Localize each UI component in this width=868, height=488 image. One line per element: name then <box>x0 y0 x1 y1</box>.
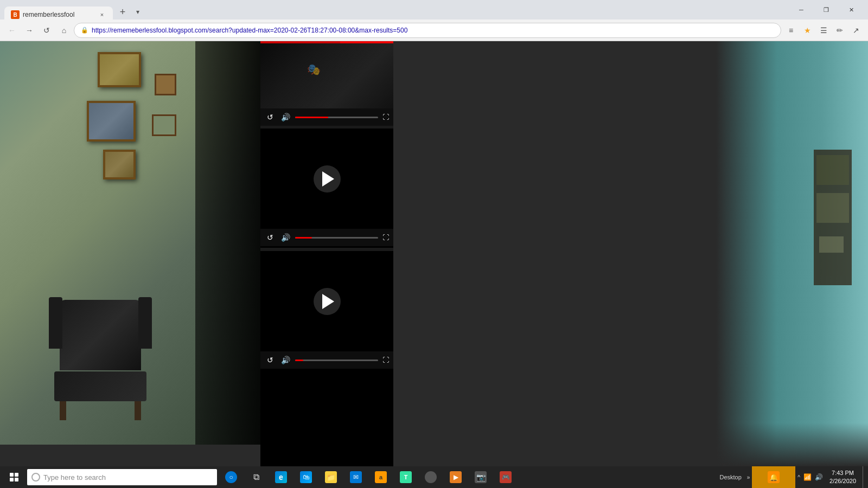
video-3-volume-button[interactable]: 🔊 <box>280 356 291 364</box>
taskbar-app-edge[interactable]: e <box>269 466 293 488</box>
shelf-item-1 <box>816 155 849 185</box>
notification-widget[interactable]: 🔔 <box>752 466 795 488</box>
minimize-button[interactable]: ─ <box>789 1 814 18</box>
video-player-2: ↺ 🔊 ⛶ <box>260 129 393 248</box>
search-placeholder: Type here to search <box>43 473 106 481</box>
taskbar-app-store[interactable]: 🛍 <box>294 466 318 488</box>
notification-icon: 🔔 <box>768 471 780 483</box>
start-button[interactable] <box>2 466 26 488</box>
video-player-3: ↺ 🔊 ⛶ <box>260 251 393 370</box>
address-bar: ← → ↺ ⌂ 🔒 https://rememeberlessfool.blog… <box>0 20 868 41</box>
taskbar-app-mail[interactable]: ✉ <box>344 466 368 488</box>
clock-date: 2/26/2020 <box>829 477 856 485</box>
new-tab-button[interactable]: + <box>115 4 130 20</box>
windows-logo-icon <box>10 473 18 481</box>
painting-2 <box>87 101 136 142</box>
video-2-fullscreen-button[interactable]: ⛶ <box>382 234 389 241</box>
painting-4 <box>155 74 176 95</box>
video-1-seekbar-fill <box>295 117 328 118</box>
taskbar-app-circle[interactable] <box>419 466 443 488</box>
video-1-volume-button[interactable]: 🔊 <box>280 113 291 121</box>
url-bar[interactable]: 🔒 https://rememeberlessfool.blogspot.com… <box>74 23 781 38</box>
shelf-item-2 <box>816 193 849 223</box>
taskbar-app-taskview[interactable]: ⧉ <box>244 466 268 488</box>
shelf-item-3 <box>819 236 844 253</box>
video-3-fullscreen-button[interactable]: ⛶ <box>382 356 389 364</box>
chair-leg-right <box>135 401 141 420</box>
chair-arm-left <box>49 297 62 349</box>
video-3-replay-button[interactable]: ↺ <box>265 356 276 364</box>
video-3-play-button[interactable] <box>314 288 341 315</box>
left-background <box>0 41 260 445</box>
cortana-icon: ○ <box>225 471 237 483</box>
video-2-play-button[interactable] <box>314 165 341 192</box>
video-1-replay-button[interactable]: ↺ <box>265 113 276 121</box>
store-icon: 🛍 <box>300 471 312 483</box>
taskbar-app-tripadvisor[interactable]: T <box>394 466 418 488</box>
painting-area <box>71 52 190 226</box>
video-1-seekbar[interactable] <box>295 117 378 118</box>
video-player-1: 🎭 ↺ 🔊 ⛶ <box>260 41 393 125</box>
taskbar-app-explorer[interactable]: 📁 <box>319 466 343 488</box>
painting-1 <box>98 52 141 87</box>
camera-icon: 📷 <box>475 471 487 483</box>
toolbar-icons: ≡ ★ ☰ ✏ ↗ <box>783 23 864 38</box>
share-button[interactable]: ↗ <box>848 23 864 38</box>
tab-close-button[interactable]: × <box>98 10 106 19</box>
forward-button[interactable]: → <box>22 23 37 38</box>
video-3-seekbar-fill <box>295 359 303 361</box>
system-tray-icons: ^ 📶 🔊 <box>797 473 823 481</box>
play-triangle-icon-2 <box>322 294 334 309</box>
video-2-seekbar[interactable] <box>295 237 378 239</box>
home-button[interactable]: ⌂ <box>56 23 72 38</box>
video-2-volume-button[interactable]: 🔊 <box>280 233 291 242</box>
tab-dropdown-button[interactable]: ▾ <box>130 4 145 20</box>
video-2-screen[interactable] <box>260 129 393 229</box>
favorites-button[interactable]: ★ <box>800 23 815 38</box>
volume-icon[interactable]: 🔊 <box>815 473 823 481</box>
chevron-button[interactable]: » <box>747 474 750 480</box>
taskview-icon: ⧉ <box>250 471 262 483</box>
tripadvisor-icon: T <box>400 471 412 483</box>
video-1-controls: ↺ 🔊 ⛶ <box>260 108 393 126</box>
taskbar-app-game[interactable]: 🎮 <box>494 466 518 488</box>
video-1-fullscreen-button[interactable]: ⛶ <box>382 113 389 121</box>
taskbar-app-amazon[interactable]: a <box>369 466 393 488</box>
center-video-area: 🎭 ↺ 🔊 ⛶ <box>260 41 393 466</box>
vlc-icon: ▶ <box>450 471 462 483</box>
video-1-content: 🎭 <box>260 43 393 108</box>
taskbar-app-camera[interactable]: 📷 <box>469 466 493 488</box>
taskbar-app-vlc[interactable]: ▶ <box>444 466 468 488</box>
system-clock[interactable]: 7:43 PM 2/26/2020 <box>825 469 860 486</box>
close-button[interactable]: ✕ <box>839 1 864 18</box>
clock-time: 7:43 PM <box>829 469 856 477</box>
active-tab[interactable]: B rememberlessfool × <box>4 7 113 23</box>
maximize-button[interactable]: ❐ <box>814 1 839 18</box>
painting-5 <box>152 114 176 136</box>
video-2-controls: ↺ 🔊 ⛶ <box>260 229 393 246</box>
search-bar[interactable]: Type here to search <box>27 469 217 485</box>
video-3-screen[interactable] <box>260 251 393 351</box>
taskbar-apps: ○ ⧉ e 🛍 📁 ✉ a T <box>219 466 518 488</box>
tab-title: rememberlessfool <box>23 11 94 18</box>
video-1-figures: 🎭 <box>307 63 321 76</box>
tab-bar: B rememberlessfool × + ▾ <box>4 0 784 20</box>
chair-back <box>60 300 141 370</box>
taskbar-app-cortana[interactable]: ○ <box>219 466 243 488</box>
network-icon: 📶 <box>803 473 812 481</box>
video-3-controls: ↺ 🔊 ⛶ <box>260 351 393 369</box>
chair-leg-left <box>60 401 66 420</box>
shelf-unit <box>814 150 852 285</box>
amazon-icon: a <box>375 471 387 483</box>
show-desktop-button[interactable] <box>863 466 866 488</box>
desktop-label: Desktop <box>716 473 744 481</box>
collections-button[interactable]: ☰ <box>816 23 831 38</box>
reload-button[interactable]: ↺ <box>39 23 54 38</box>
reading-view-button[interactable]: ≡ <box>783 23 799 38</box>
pen-button[interactable]: ✏ <box>832 23 847 38</box>
chevron-expand-icon[interactable]: ^ <box>797 474 800 480</box>
chair-arm-right <box>138 297 152 349</box>
video-3-seekbar[interactable] <box>295 359 378 361</box>
video-2-replay-button[interactable]: ↺ <box>265 233 276 242</box>
back-button[interactable]: ← <box>4 23 20 38</box>
